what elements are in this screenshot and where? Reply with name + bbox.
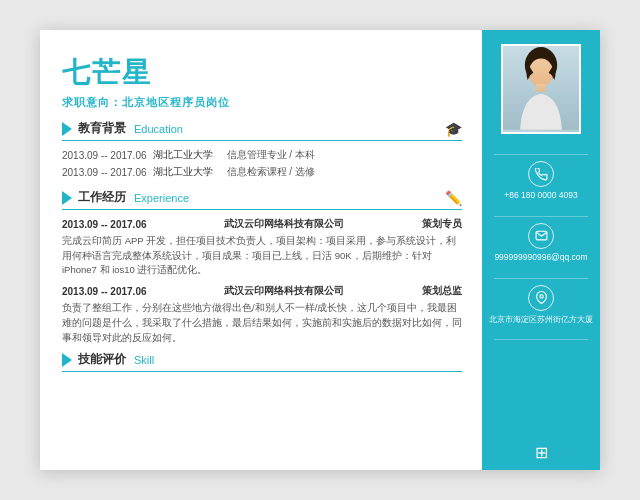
job-1-company: 武汉云印网络科技有限公司 — [224, 217, 344, 231]
svg-rect-3 — [536, 84, 546, 92]
location-item: 北京市海淀区苏州街亿方大厦 — [482, 285, 600, 325]
windows-logo-icon: ⊞ — [535, 443, 548, 462]
education-arrow-icon — [62, 122, 72, 136]
education-title-cn: 教育背景 — [78, 120, 126, 137]
email-text: 999999990996@qq.com — [490, 252, 591, 264]
job-1: 2013.09 -- 2017.06 武汉云印网络科技有限公司 策划专员 完成云… — [62, 217, 462, 278]
job-1-title: 策划专员 — [422, 217, 462, 231]
windows-icon: ⊞ — [452, 353, 462, 367]
job-intent-prefix: 求职意向： — [62, 96, 122, 108]
experience-title-cn: 工作经历 — [78, 189, 126, 206]
edu-school-2: 湖北工业大学 — [153, 165, 221, 179]
name-chinese: 七芒星 — [62, 54, 462, 92]
education-title-en: Education — [134, 123, 183, 135]
phone-icon — [528, 161, 554, 187]
email-icon — [528, 223, 554, 249]
phone-item: +86 180 0000 4093 — [482, 161, 600, 202]
photo-box — [501, 44, 581, 134]
job-1-header: 2013.09 -- 2017.06 武汉云印网络科技有限公司 策划专员 — [62, 217, 462, 231]
right-sidebar: +86 180 0000 4093 999999990996@qq.com — [482, 30, 600, 470]
experience-header: 工作经历 Experience ✏️ — [62, 189, 462, 210]
job-2-header: 2013.09 -- 2017.06 武汉云印网络科技有限公司 策划总监 — [62, 284, 462, 298]
experience-title-en: Experience — [134, 192, 189, 204]
education-rows: 2013.09 -- 2017.06 湖北工业大学 信息管理专业 / 本科 20… — [62, 148, 462, 179]
name-section: 七芒星 求职意向：北京地区程序员岗位 — [62, 54, 462, 110]
job-2-date: 2013.09 -- 2017.06 — [62, 286, 147, 297]
education-header: 教育背景 Education 🎓 — [62, 120, 462, 141]
divider-2 — [494, 216, 588, 217]
job-2-desc: 负责了整组工作，分别在这些地方做得出色/和别人不一样/成长快，这几个项目中，我最… — [62, 301, 462, 345]
windows-badge: ⊞ — [482, 443, 600, 462]
job-1-date: 2013.09 -- 2017.06 — [62, 219, 147, 230]
job-2-title: 策划总监 — [422, 284, 462, 298]
skills-arrow-icon — [62, 353, 72, 367]
briefcase-icon: ✏️ — [445, 190, 462, 206]
skills-title-en: Skill — [134, 354, 154, 366]
job-2-company: 武汉云印网络科技有限公司 — [224, 284, 344, 298]
divider-4 — [494, 339, 588, 340]
job-1-desc: 完成云印简历 APP 开发，担任项目技术负责人，项目架构：项目采用，参与系统设计… — [62, 234, 462, 278]
edu-major-1: 信息管理专业 / 本科 — [227, 148, 315, 162]
skills-header: 技能评价 Skill ⊞ — [62, 351, 462, 372]
email-item: 999999990996@qq.com — [482, 223, 600, 264]
person-silhouette — [503, 46, 579, 132]
photo-placeholder — [503, 46, 579, 132]
divider-1 — [494, 154, 588, 155]
resume-page: 七芒星 求职意向：北京地区程序员岗位 教育背景 Education 🎓 2013… — [40, 30, 600, 470]
job-2: 2013.09 -- 2017.06 武汉云印网络科技有限公司 策划总监 负责了… — [62, 284, 462, 345]
svg-point-4 — [539, 295, 542, 298]
edu-school-1: 湖北工业大学 — [153, 148, 221, 162]
job-intent: 求职意向：北京地区程序员岗位 — [62, 95, 462, 110]
edu-row-2: 2013.09 -- 2017.06 湖北工业大学 信息检索课程 / 选修 — [62, 165, 462, 179]
location-icon — [528, 285, 554, 311]
job-intent-detail: 北京地区程序员岗位 — [122, 96, 230, 108]
experience-arrow-icon — [62, 191, 72, 205]
edu-date-2: 2013.09 -- 2017.06 — [62, 167, 147, 178]
left-content: 七芒星 求职意向：北京地区程序员岗位 教育背景 Education 🎓 2013… — [40, 30, 482, 470]
location-text: 北京市海淀区苏州街亿方大厦 — [485, 314, 597, 325]
divider-3 — [494, 278, 588, 279]
phone-text: +86 180 0000 4093 — [500, 190, 582, 202]
graduation-icon: 🎓 — [445, 121, 462, 137]
edu-date-1: 2013.09 -- 2017.06 — [62, 150, 147, 161]
skills-title-cn: 技能评价 — [78, 351, 126, 368]
edu-major-2: 信息检索课程 / 选修 — [227, 165, 315, 179]
edu-row-1: 2013.09 -- 2017.06 湖北工业大学 信息管理专业 / 本科 — [62, 148, 462, 162]
